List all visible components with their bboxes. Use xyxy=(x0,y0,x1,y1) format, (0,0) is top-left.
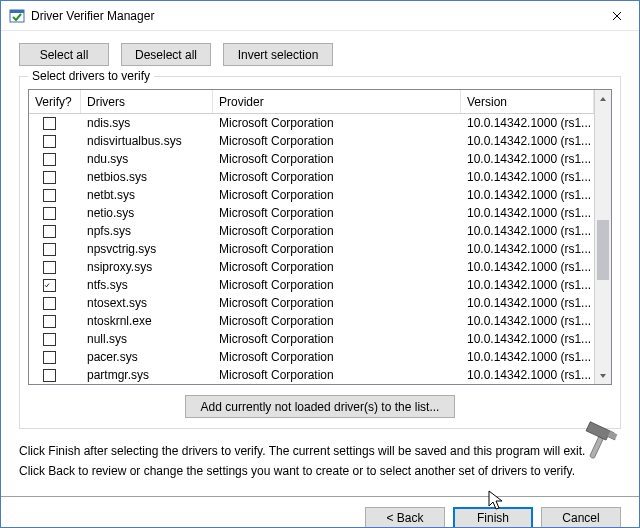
provider-cell: Microsoft Corporation xyxy=(213,314,461,328)
driver-name-cell: partmgr.sys xyxy=(81,368,213,382)
driver-name-cell: ndisvirtualbus.sys xyxy=(81,134,213,148)
groupbox-legend: Select drivers to verify xyxy=(28,69,154,83)
table-row[interactable]: ntfs.sysMicrosoft Corporation10.0.14342.… xyxy=(29,276,594,294)
table-row[interactable]: ntoskrnl.exeMicrosoft Corporation10.0.14… xyxy=(29,312,594,330)
provider-cell: Microsoft Corporation xyxy=(213,296,461,310)
verify-checkbox[interactable] xyxy=(43,189,56,202)
version-cell: 10.0.14342.1000 (rs1... xyxy=(461,350,594,364)
version-cell: 10.0.14342.1000 (rs1... xyxy=(461,278,594,292)
table-row[interactable]: ndis.sysMicrosoft Corporation10.0.14342.… xyxy=(29,114,594,132)
table-row[interactable]: npfs.sysMicrosoft Corporation10.0.14342.… xyxy=(29,222,594,240)
provider-cell: Microsoft Corporation xyxy=(213,152,461,166)
verify-checkbox[interactable] xyxy=(43,315,56,328)
provider-cell: Microsoft Corporation xyxy=(213,206,461,220)
instructions-line-1: Click Finish after selecting the drivers… xyxy=(19,441,621,461)
verify-checkbox[interactable] xyxy=(43,369,56,382)
driver-name-cell: netbios.sys xyxy=(81,170,213,184)
provider-cell: Microsoft Corporation xyxy=(213,350,461,364)
column-version[interactable]: Version xyxy=(461,90,594,113)
verify-checkbox[interactable] xyxy=(43,297,56,310)
verify-checkbox[interactable] xyxy=(43,261,56,274)
invert-selection-button[interactable]: Invert selection xyxy=(223,43,333,66)
deselect-all-button[interactable]: Deselect all xyxy=(121,43,211,66)
verify-checkbox[interactable] xyxy=(43,135,56,148)
drivers-groupbox: Select drivers to verify Verify? Drivers… xyxy=(19,76,621,429)
instructions-line-2: Click Back to review or change the setti… xyxy=(19,461,621,481)
driver-name-cell: ntfs.sys xyxy=(81,278,213,292)
version-cell: 10.0.14342.1000 (rs1... xyxy=(461,332,594,346)
svg-rect-1 xyxy=(10,10,24,13)
table-row[interactable]: netbios.sysMicrosoft Corporation10.0.143… xyxy=(29,168,594,186)
provider-cell: Microsoft Corporation xyxy=(213,170,461,184)
instructions-text: Click Finish after selecting the drivers… xyxy=(19,441,621,482)
version-cell: 10.0.14342.1000 (rs1... xyxy=(461,314,594,328)
column-provider[interactable]: Provider xyxy=(213,90,461,113)
scroll-up-arrow[interactable] xyxy=(595,90,611,107)
driver-name-cell: pacer.sys xyxy=(81,350,213,364)
version-cell: 10.0.14342.1000 (rs1... xyxy=(461,152,594,166)
provider-cell: Microsoft Corporation xyxy=(213,278,461,292)
select-all-button[interactable]: Select all xyxy=(19,43,109,66)
version-cell: 10.0.14342.1000 (rs1... xyxy=(461,368,594,382)
provider-cell: Microsoft Corporation xyxy=(213,224,461,238)
verify-checkbox[interactable] xyxy=(43,333,56,346)
close-button[interactable] xyxy=(594,1,639,30)
driver-name-cell: null.sys xyxy=(81,332,213,346)
driver-name-cell: npfs.sys xyxy=(81,224,213,238)
driver-name-cell: netbt.sys xyxy=(81,188,213,202)
provider-cell: Microsoft Corporation xyxy=(213,242,461,256)
table-row[interactable]: ndu.sysMicrosoft Corporation10.0.14342.1… xyxy=(29,150,594,168)
column-drivers[interactable]: Drivers xyxy=(81,90,213,113)
table-row[interactable]: partmgr.sysMicrosoft Corporation10.0.143… xyxy=(29,366,594,384)
verify-checkbox[interactable] xyxy=(43,117,56,130)
verify-checkbox[interactable] xyxy=(43,279,56,292)
listview-header: Verify? Drivers Provider Version xyxy=(29,90,594,114)
title-bar: Driver Verifier Manager xyxy=(1,1,639,31)
table-row[interactable]: netbt.sysMicrosoft Corporation10.0.14342… xyxy=(29,186,594,204)
scroll-down-arrow[interactable] xyxy=(595,367,611,384)
drivers-listview[interactable]: Verify? Drivers Provider Version ndis.sy… xyxy=(28,89,612,385)
table-row[interactable]: npsvctrig.sysMicrosoft Corporation10.0.1… xyxy=(29,240,594,258)
driver-name-cell: ndu.sys xyxy=(81,152,213,166)
verify-checkbox[interactable] xyxy=(43,225,56,238)
back-button[interactable]: < Back xyxy=(365,507,445,528)
table-row[interactable]: ntosext.sysMicrosoft Corporation10.0.143… xyxy=(29,294,594,312)
window-title: Driver Verifier Manager xyxy=(31,9,594,23)
version-cell: 10.0.14342.1000 (rs1... xyxy=(461,116,594,130)
table-row[interactable]: netio.sysMicrosoft Corporation10.0.14342… xyxy=(29,204,594,222)
provider-cell: Microsoft Corporation xyxy=(213,332,461,346)
provider-cell: Microsoft Corporation xyxy=(213,188,461,202)
footer-button-bar: < Back Finish Cancel xyxy=(1,497,639,528)
driver-name-cell: netio.sys xyxy=(81,206,213,220)
version-cell: 10.0.14342.1000 (rs1... xyxy=(461,224,594,238)
driver-name-cell: ndis.sys xyxy=(81,116,213,130)
version-cell: 10.0.14342.1000 (rs1... xyxy=(461,206,594,220)
scrollbar-thumb[interactable] xyxy=(597,220,609,280)
version-cell: 10.0.14342.1000 (rs1... xyxy=(461,242,594,256)
provider-cell: Microsoft Corporation xyxy=(213,134,461,148)
column-verify[interactable]: Verify? xyxy=(29,90,81,113)
version-cell: 10.0.14342.1000 (rs1... xyxy=(461,188,594,202)
verify-checkbox[interactable] xyxy=(43,153,56,166)
table-row[interactable]: nsiproxy.sysMicrosoft Corporation10.0.14… xyxy=(29,258,594,276)
table-row[interactable]: pacer.sysMicrosoft Corporation10.0.14342… xyxy=(29,348,594,366)
app-icon xyxy=(9,8,25,24)
cancel-button[interactable]: Cancel xyxy=(541,507,621,528)
version-cell: 10.0.14342.1000 (rs1... xyxy=(461,296,594,310)
driver-name-cell: nsiproxy.sys xyxy=(81,260,213,274)
verify-checkbox[interactable] xyxy=(43,243,56,256)
driver-name-cell: npsvctrig.sys xyxy=(81,242,213,256)
provider-cell: Microsoft Corporation xyxy=(213,116,461,130)
table-row[interactable]: null.sysMicrosoft Corporation10.0.14342.… xyxy=(29,330,594,348)
version-cell: 10.0.14342.1000 (rs1... xyxy=(461,170,594,184)
provider-cell: Microsoft Corporation xyxy=(213,260,461,274)
verify-checkbox[interactable] xyxy=(43,351,56,364)
finish-button[interactable]: Finish xyxy=(453,507,533,528)
verify-checkbox[interactable] xyxy=(43,171,56,184)
version-cell: 10.0.14342.1000 (rs1... xyxy=(461,134,594,148)
table-row[interactable]: ndisvirtualbus.sysMicrosoft Corporation1… xyxy=(29,132,594,150)
verify-checkbox[interactable] xyxy=(43,207,56,220)
provider-cell: Microsoft Corporation xyxy=(213,368,461,382)
add-unloaded-drivers-button[interactable]: Add currently not loaded driver(s) to th… xyxy=(185,395,455,418)
vertical-scrollbar[interactable] xyxy=(594,90,611,384)
